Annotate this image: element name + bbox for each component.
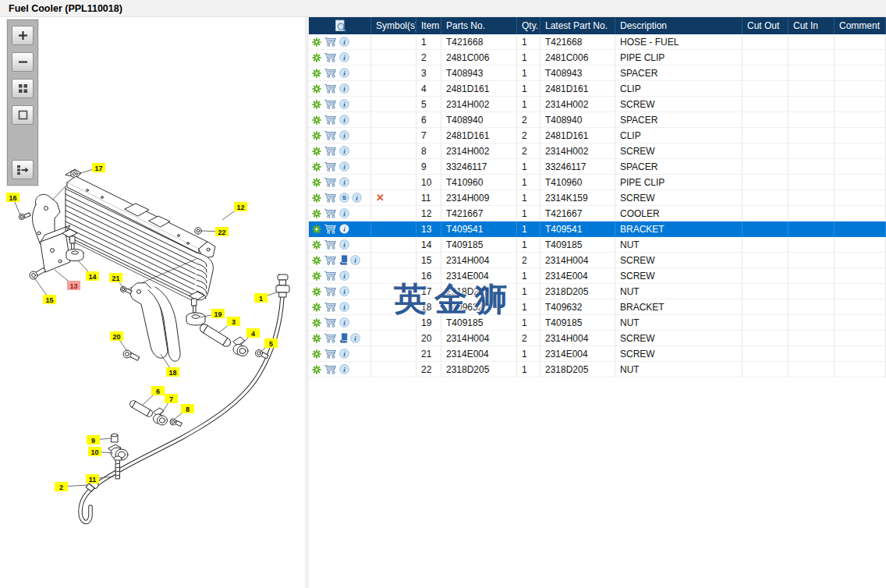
- info-icon[interactable]: i: [339, 37, 349, 47]
- table-row[interactable]: i162314E00412314E004SCREW: [309, 268, 886, 284]
- info-icon[interactable]: i: [339, 52, 349, 62]
- callout-17[interactable]: 17: [78, 163, 105, 174]
- table-row[interactable]: i42481D16112481D161CLIP: [309, 81, 886, 97]
- callout-1[interactable]: 1: [254, 292, 278, 303]
- cart-icon[interactable]: [324, 286, 337, 296]
- gear-icon[interactable]: [312, 84, 321, 94]
- table-row[interactable]: i1T4216681T421668HOSE - FUEL: [309, 34, 886, 50]
- export-list-button[interactable]: [12, 160, 34, 179]
- info-icon[interactable]: i: [339, 239, 349, 250]
- info-icon[interactable]: i: [339, 115, 349, 125]
- gear-icon[interactable]: [312, 100, 321, 109]
- gear-icon[interactable]: [312, 303, 321, 312]
- column-header-description[interactable]: Description: [615, 17, 742, 34]
- table-row[interactable]: i10T4109601T410960PIPE CLIP: [309, 175, 886, 190]
- info-icon[interactable]: i: [339, 68, 349, 78]
- cart-icon[interactable]: [324, 317, 337, 328]
- table-row[interactable]: i222318D20512318D205NUT: [309, 362, 886, 377]
- table-row[interactable]: i3T4089431T408943SPACER: [309, 66, 886, 81]
- info-icon[interactable]: i: [339, 130, 349, 140]
- gear-icon[interactable]: [312, 271, 321, 281]
- cart-icon[interactable]: [324, 161, 337, 172]
- table-row[interactable]: i202314H00422314H004SCREW: [309, 331, 886, 346]
- table-row[interactable]: i72481D16122481D161CLIP: [309, 128, 886, 143]
- info-icon[interactable]: i: [339, 208, 349, 218]
- info-icon[interactable]: i: [339, 146, 349, 156]
- gear-icon[interactable]: [312, 318, 321, 328]
- cart-icon[interactable]: [324, 193, 337, 203]
- doc-search-icon[interactable]: [333, 19, 347, 33]
- gear-icon[interactable]: [312, 147, 321, 156]
- cart-icon[interactable]: [324, 333, 337, 343]
- table-row[interactable]: i22481C00612481C006PIPE CLIP: [309, 50, 886, 66]
- table-row[interactable]: i933246117133246117SPACER: [309, 159, 886, 175]
- column-header-symbol[interactable]: Symbol(s): [371, 17, 416, 34]
- cart-icon[interactable]: [324, 37, 337, 47]
- gear-icon[interactable]: [312, 193, 321, 203]
- gear-icon[interactable]: [312, 131, 321, 140]
- cart-icon[interactable]: [324, 146, 337, 156]
- gear-icon[interactable]: [312, 287, 321, 296]
- callout-4[interactable]: 4: [241, 328, 260, 345]
- callout-13[interactable]: 13: [55, 270, 80, 290]
- table-row[interactable]: i14T4091851T409185NUT: [309, 237, 886, 253]
- callout-16[interactable]: 16: [6, 193, 20, 215]
- cart-icon[interactable]: [324, 239, 337, 250]
- gear-icon[interactable]: [312, 256, 321, 265]
- gear-icon[interactable]: [312, 365, 321, 374]
- table-row[interactable]: i19T4091851T409185NUT: [309, 315, 886, 331]
- callout-19[interactable]: 19: [200, 309, 225, 318]
- cart-icon[interactable]: [324, 224, 337, 234]
- zoom-out-button[interactable]: [12, 52, 34, 72]
- info-icon[interactable]: i: [339, 271, 349, 281]
- info-icon[interactable]: i: [350, 255, 360, 265]
- callout-2[interactable]: 2: [55, 482, 87, 491]
- cart-icon[interactable]: [324, 99, 337, 109]
- table-row[interactable]: i12T4216671T421667COOLER: [309, 206, 886, 221]
- gear-icon[interactable]: [312, 115, 321, 125]
- cart-icon[interactable]: [324, 115, 337, 125]
- callout-14[interactable]: 14: [78, 260, 99, 281]
- column-header-parts_no[interactable]: Parts No.: [441, 17, 517, 34]
- cart-icon[interactable]: [324, 271, 337, 281]
- callout-21[interactable]: 21: [109, 273, 123, 288]
- info-icon[interactable]: i: [339, 286, 349, 296]
- fit-view-button[interactable]: [12, 105, 34, 125]
- callout-9[interactable]: 9: [87, 435, 112, 445]
- gear-icon[interactable]: [312, 53, 321, 62]
- callout-12[interactable]: 12: [222, 202, 247, 220]
- gear-icon[interactable]: [312, 178, 321, 187]
- info-icon[interactable]: i: [339, 364, 349, 374]
- gear-icon[interactable]: [312, 240, 321, 250]
- table-row[interactable]: i212314E00412314E004SCREW: [309, 346, 886, 362]
- callout-3[interactable]: 3: [219, 317, 240, 332]
- info-icon[interactable]: i: [352, 193, 362, 203]
- info-icon[interactable]: i: [339, 317, 349, 328]
- cart-icon[interactable]: [324, 177, 337, 187]
- column-header-qty[interactable]: Qty.: [517, 17, 540, 34]
- cart-icon[interactable]: [324, 130, 337, 140]
- table-row[interactable]: i13T4095411T409541BRACKET: [309, 221, 886, 237]
- info-icon[interactable]: i: [339, 302, 349, 312]
- s-icon[interactable]: S: [339, 193, 349, 203]
- info-icon[interactable]: i: [350, 333, 360, 343]
- cart-icon[interactable]: [324, 52, 337, 62]
- cart-icon[interactable]: [324, 208, 337, 218]
- table-row[interactable]: Si✕112314H00912314K159SCREW: [309, 190, 886, 206]
- table-row[interactable]: i172318D20512318D205NUT: [309, 284, 886, 299]
- gear-icon[interactable]: [312, 37, 321, 47]
- callout-20[interactable]: 20: [110, 331, 127, 351]
- gear-icon[interactable]: [312, 209, 321, 218]
- callout-7[interactable]: 7: [160, 394, 178, 416]
- table-row[interactable]: i6T4089402T408940SPACER: [309, 112, 886, 128]
- zoom-in-button[interactable]: [12, 26, 34, 45]
- cart-icon[interactable]: [324, 349, 337, 359]
- column-header-item[interactable]: Item: [416, 17, 441, 34]
- column-header-actions[interactable]: [309, 17, 371, 34]
- gear-icon[interactable]: [312, 334, 321, 343]
- info-icon[interactable]: i: [339, 99, 349, 109]
- callout-22[interactable]: 22: [202, 227, 229, 236]
- gear-icon[interactable]: [312, 162, 321, 172]
- table-row[interactable]: i52314H00212314H002SCREW: [309, 97, 886, 112]
- info-icon[interactable]: i: [339, 83, 349, 94]
